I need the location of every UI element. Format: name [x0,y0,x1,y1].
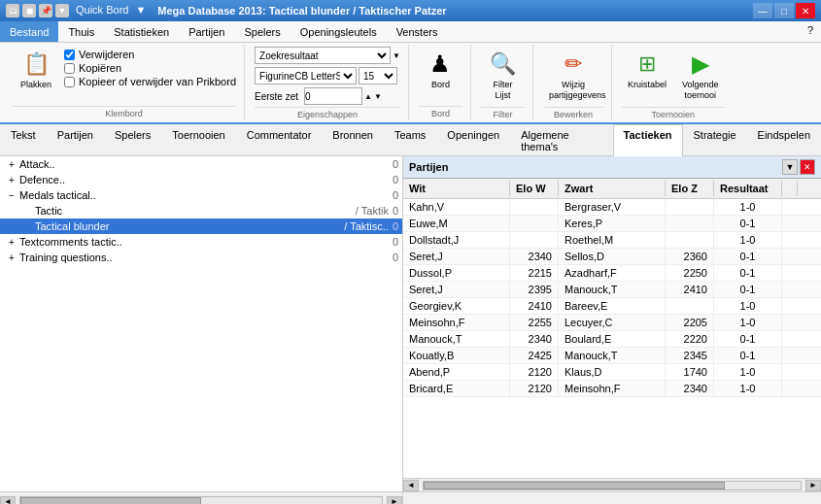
maximize-button[interactable]: □ [774,3,794,18]
left-hscroll-right-btn[interactable]: ► [387,496,402,505]
td-zwart: Meinsohn,F [559,381,666,396]
help-button[interactable]: ? [800,21,821,42]
tab-teams[interactable]: Teams [384,124,436,156]
tree-count-defence: 0 [393,174,398,185]
menu-item-bestand[interactable]: Bestand [0,21,58,42]
expand-attack[interactable]: + [4,159,19,170]
table-row[interactable]: Abend,P 2120 Klaus,D 1740 1-0 [403,364,821,381]
minimize-button[interactable]: — [753,3,772,18]
left-hscroll-track[interactable] [19,496,383,505]
figurine-select[interactable]: FigurineCB LetterS [255,67,357,84]
expand-medals[interactable]: − [4,190,19,201]
right-hscroll-left[interactable]: ◄ [403,480,419,491]
eerste-zet-input[interactable] [304,87,362,105]
table-row[interactable]: Manouck,T 2340 Boulard,E 2220 0-1 [403,331,821,348]
td-elow: 2395 [510,282,559,297]
kopieren-label: Kopiëren [79,62,121,74]
tab-algemene-themas[interactable]: Algemene thema's [510,124,612,156]
td-wit: Seret,J [403,249,510,264]
kopieer-prikbord-checkbox[interactable] [64,77,75,87]
table-row[interactable]: Seret,J 2395 Manouck,T 2410 0-1 [403,282,821,298]
stepper-down[interactable]: ▼ [374,92,382,101]
right-hscroll-bottom [403,492,821,504]
volgende-label: Volgendetoernooi [682,80,719,101]
tree-count-attack: 0 [393,158,398,170]
right-hscroll-right[interactable]: ► [805,480,821,491]
td-eloz [666,199,714,215]
td-eloz: 2345 [666,348,714,363]
td-elow: 2340 [510,331,559,347]
tree-item-medals[interactable]: − Medals tactical.. 0 [0,187,402,203]
tree-item-tactical-blunder[interactable]: Tactical blunder / Taktisc.. 0 [0,218,402,234]
expand-textcomments[interactable]: + [4,237,19,248]
table-row[interactable]: Georgiev,K 2410 Bareev,E 1-0 [403,298,821,315]
pane-close-button[interactable]: ✕ [800,159,815,175]
ribbon-group-bord: ♟ Bord Bord [411,45,471,120]
tree-item-textcomments[interactable]: + Textcomments tactic.. 0 [0,234,402,250]
tab-partijen[interactable]: Partijen [47,124,104,156]
td-result: 0-1 [714,216,782,231]
stepper-up[interactable]: ▲ [364,92,372,101]
filter-button[interactable]: 🔍 FilterLijst [481,47,525,105]
table-row[interactable]: Seret,J 2340 Sellos,D 2360 0-1 [403,249,821,265]
tab-openingen[interactable]: Openingen [436,124,510,156]
table-row[interactable]: Kouatly,B 2425 Manouck,T 2345 0-1 [403,348,821,364]
plakken-button[interactable]: 📋 Plakken [12,47,60,94]
menu-item-statistieken[interactable]: Statistieken [104,21,179,42]
ribbon-group-bewerken: ✏ Wijzigpartijgegevens Bewerken [535,45,612,120]
size-select[interactable]: 15 [359,67,397,84]
tab-toernooien[interactable]: Toernooien [161,124,235,156]
table-row[interactable]: Kahn,V Bergraser,V 1-0 [403,199,821,216]
menu-item-partijen[interactable]: Partijen [179,21,234,42]
eerste-zet-row: Eerste zet ▲ ▼ [255,87,382,105]
tab-eindspelen[interactable]: Eindspelen [747,124,821,156]
td-wit: Kahn,V [403,199,510,215]
tab-tactieken[interactable]: Tactieken [613,124,683,156]
bord-button[interactable]: ♟ Bord [419,47,462,94]
close-button[interactable]: ✕ [796,3,815,18]
td-elow [510,216,559,231]
tree-count-training: 0 [393,252,398,263]
tab-tekst[interactable]: Tekst [0,124,47,156]
table-row[interactable]: Euwe,M Keres,P 0-1 [403,216,821,232]
tree-item-attack[interactable]: + Attack.. 0 [0,156,402,172]
left-hscroll-left-btn[interactable]: ◄ [0,496,16,505]
td-elow [510,199,559,215]
bewerken-group-label: Bewerken [543,107,603,119]
menu-item-spelers[interactable]: Spelers [234,21,290,42]
kruistabel-button[interactable]: ⊞ Kruistabel [622,47,672,94]
table-row[interactable]: Dussol,P 2215 Azadharf,F 2250 0-1 [403,265,821,282]
zoekresultaat-row: Zoekresultaat ▼ [255,47,400,64]
menu-item-openingsleutels[interactable]: Openingsleutels [291,21,387,42]
ribbon-group-filter: 🔍 FilterLijst Filter [473,45,533,120]
menu-item-thuis[interactable]: Thuis [58,21,104,42]
tab-strategie[interactable]: Strategie [683,124,747,156]
kopieren-checkbox[interactable] [64,63,75,74]
dropdown-icon[interactable]: ▼ [55,4,69,17]
filter-label: FilterLijst [493,80,512,101]
verwijderen-checkbox[interactable] [64,50,75,60]
volgende-toernooi-button[interactable]: ▶ Volgendetoernooi [676,47,725,105]
expand-training[interactable]: + [4,252,19,263]
tree-label-defence: Defence.. [19,174,389,185]
table-row[interactable]: Bricard,E 2120 Meinsohn,F 2340 1-0 [403,381,821,397]
right-hscroll-track[interactable] [423,481,802,490]
table-row[interactable]: Meinsohn,F 2255 Lecuyer,C 2205 1-0 [403,315,821,331]
tab-bronnen[interactable]: Bronnen [322,124,384,156]
right-hscroll: ◄ ► [403,478,821,491]
tree-label-tactic: Tactic [35,205,352,217]
tree-item-training[interactable]: + Training questions.. 0 [0,250,402,265]
tab-commentator[interactable]: Commentator [236,124,323,156]
wijzig-label: Wijzigpartijgegevens [549,80,598,101]
zoekresultaat-select[interactable]: Zoekresultaat [255,47,391,64]
toernooien-group-label: Toernooien [622,107,725,119]
menu-item-vensters[interactable]: Vensters [387,21,448,42]
table-row[interactable]: Dollstadt,J Roethel,M 1-0 [403,232,821,249]
left-hscroll: ◄ ► [0,492,403,504]
expand-defence[interactable]: + [4,175,19,185]
tree-item-defence[interactable]: + Defence.. 0 [0,172,402,187]
pane-dropdown-button[interactable]: ▼ [782,159,798,175]
tree-item-tactic[interactable]: Tactic / Taktik 0 [0,203,402,218]
tab-spelers[interactable]: Spelers [104,124,161,156]
wijzig-button[interactable]: ✏ Wijzigpartijgegevens [543,47,603,105]
